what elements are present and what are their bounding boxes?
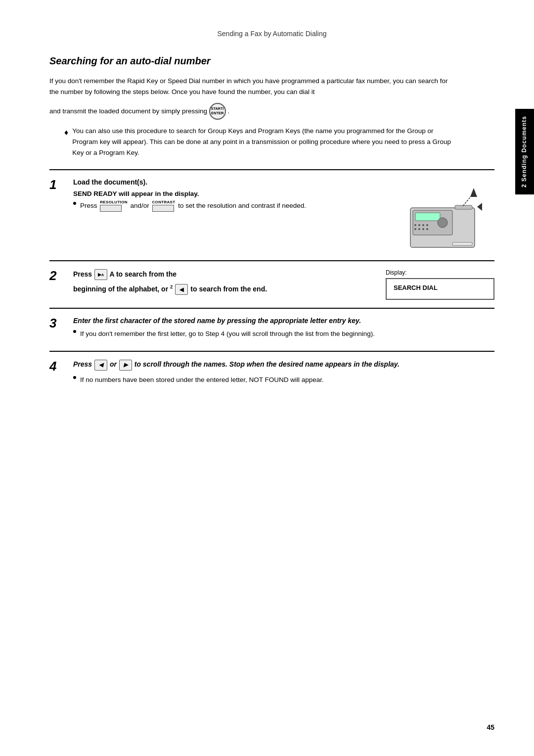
steps-container: 1 Load the document(s). SEND READY will … (49, 170, 494, 396)
resolution-key: RESOLUTION (100, 200, 127, 212)
svg-rect-12 (455, 205, 472, 209)
step-2-z-sup: Z (170, 284, 173, 289)
step-4-content: Press ◀ or ▶ to scroll through the names… (73, 360, 494, 385)
step-1-left: Load the document(s). SEND READY will ap… (73, 178, 386, 215)
step-3-number: 3 (49, 316, 56, 331)
display-label: Display: (386, 269, 494, 276)
display-box: SEARCH DIAL (386, 278, 494, 300)
step-4-bullet: If no numbers have been stored under the… (73, 375, 494, 385)
step-4: 4 Press ◀ or ▶ to scroll through the nam… (49, 352, 494, 396)
step-2: 2 Press ▶A A to search from the beginnin… (49, 261, 494, 309)
intro-text-2b: . (227, 107, 229, 114)
step-1-bullet-dot (73, 202, 76, 205)
step-3-bullet-text: If you don't remember the first letter, … (80, 329, 375, 339)
step-4-number: 4 (49, 359, 56, 374)
contrast-key: CONTRAST (152, 200, 176, 212)
step-2-content: Press ▶A A to search from the beginning … (73, 269, 494, 300)
step-3: 3 Enter the first character of the store… (49, 309, 494, 351)
step-1-number: 1 (49, 177, 56, 192)
step-3-title-text: Enter the first character of the stored … (73, 317, 361, 325)
step-4-title: Press ◀ or ▶ to scroll through the names… (73, 360, 494, 371)
svg-point-9 (426, 224, 428, 226)
svg-rect-15 (452, 242, 472, 245)
step-2-left: Press ▶A A to search from the beginning … (73, 269, 371, 299)
step-2-title: Press ▶A A to search from the (73, 269, 371, 280)
intro-text-2: and transmit the loaded document by simp… (49, 103, 455, 120)
step-4-or: or (110, 360, 117, 368)
resolution-key-label: RESOLUTION (100, 200, 127, 204)
page-number: 45 (487, 723, 494, 731)
step-4-right-key: ▶ (119, 360, 132, 371)
step-2-title-2: beginning of the alphabet, or Z ◀ to sea… (73, 284, 371, 295)
svg-marker-14 (470, 188, 477, 197)
step-2-title-5: to search from the end. (190, 285, 267, 293)
intro-section: If you don't remember the Rapid Key or S… (49, 76, 494, 120)
svg-point-3 (414, 224, 416, 226)
svg-marker-16 (477, 203, 482, 211)
step-1-bullet-text: Press RESOLUTION and/or CONTRAST (80, 200, 306, 212)
svg-point-5 (422, 224, 424, 226)
step-2-title-3: beginning of the alphabet, or (73, 285, 168, 293)
intro-text-1: If you don't remember the Rapid Key or S… (49, 76, 455, 98)
svg-point-10 (426, 228, 428, 230)
step-4-bullet-text: If no numbers have been stored under the… (80, 375, 324, 385)
fax-machine-svg (400, 178, 490, 252)
step-1-illustration (396, 178, 494, 252)
svg-point-4 (418, 224, 420, 226)
start-enter-key: START/ENTER (209, 103, 226, 120)
step-4-title-3: to scroll through the names. Stop when t… (134, 360, 400, 368)
header-title: Sending a Fax by Automatic Dialing (217, 30, 326, 38)
to-set-text: to set the resolution and contrast if ne… (178, 202, 306, 209)
step-2-press: Press (73, 270, 92, 278)
section-title: Searching for an auto-dial number (49, 55, 494, 67)
step-3-content: Enter the first character of the stored … (73, 317, 494, 339)
svg-point-6 (414, 228, 416, 230)
intro-text-2a: and transmit the loaded document by simp… (49, 107, 207, 114)
page: 2 Sending Documents Sending a Fax by Aut… (0, 0, 534, 756)
bullet-diamond: ♦ (64, 126, 68, 159)
step-1-content: Load the document(s). SEND READY will ap… (73, 178, 494, 252)
sidebar-tab-label: 2 Sending Documents (521, 116, 529, 188)
svg-point-7 (418, 228, 420, 230)
contrast-key-label: CONTRAST (152, 200, 176, 204)
intro-bullet: ♦ You can also use this procedure to sea… (64, 126, 460, 159)
sidebar-tab: 2 Sending Documents (515, 109, 534, 194)
step-2-layout: Press ▶A A to search from the beginning … (73, 269, 494, 300)
step-1-layout: Load the document(s). SEND READY will ap… (73, 178, 494, 252)
step-1: 1 Load the document(s). SEND READY will … (49, 170, 494, 261)
step-3-bullet-dot (73, 330, 76, 333)
resolution-key-box (100, 205, 122, 212)
step-2-title-2: A to search from the (109, 270, 177, 278)
step-1-bullet: Press RESOLUTION and/or CONTRAST (73, 200, 386, 212)
page-header: Sending a Fax by Automatic Dialing (49, 30, 494, 41)
step-4-bullet-dot (73, 376, 76, 379)
svg-point-8 (422, 228, 424, 230)
display-text: SEARCH DIAL (394, 284, 438, 291)
step-2-right: Display: SEARCH DIAL (386, 269, 494, 300)
press-label: Press (80, 202, 97, 209)
step-3-title: Enter the first character of the stored … (73, 317, 494, 325)
step-1-sub: SEND READY will appear in the display. (73, 190, 386, 197)
svg-point-11 (438, 218, 447, 228)
step-3-bullet: If you don't remember the first letter, … (73, 329, 494, 339)
bullet-text: You can also use this procedure to searc… (72, 126, 460, 159)
nav-left-z-key: ◀ (175, 284, 188, 295)
step-1-title: Load the document(s). (73, 178, 386, 186)
contrast-key-box (152, 205, 174, 212)
andor-text: and/or (131, 202, 149, 209)
step-4-left-key: ◀ (94, 360, 107, 371)
nav-right-a-key: ▶A (94, 269, 107, 280)
step-4-press: Press (73, 360, 92, 368)
svg-rect-2 (415, 213, 440, 221)
step-2-number: 2 (49, 268, 56, 284)
